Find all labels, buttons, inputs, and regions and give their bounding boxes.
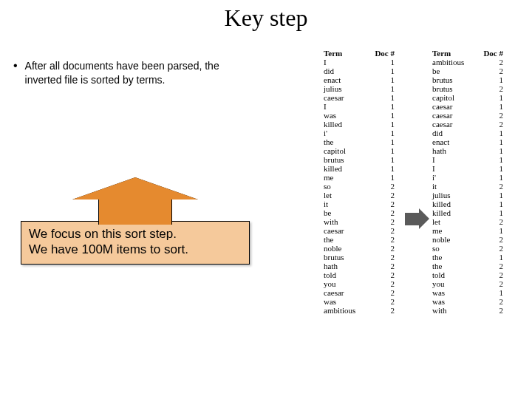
term-cell: brutus [324, 155, 369, 164]
table-row: the1 [324, 137, 399, 146]
term-cell: caesar [432, 120, 478, 129]
doc-cell: 1 [478, 208, 508, 217]
term-cell: hath [432, 146, 478, 155]
table-row: you2 [432, 279, 508, 288]
term-cell: brutus [432, 75, 478, 84]
doc-cell: 2 [369, 208, 399, 217]
term-cell: brutus [324, 253, 369, 262]
doc-cell: 2 [478, 111, 508, 120]
term-cell: I [432, 164, 478, 173]
table-row: the2 [324, 235, 399, 244]
term-cell: I [432, 155, 478, 164]
table-row: brutus1 [432, 75, 508, 84]
doc-cell: 1 [478, 102, 508, 111]
doc-cell: 1 [369, 102, 399, 111]
term-cell: killed [432, 208, 478, 217]
doc-cell: 1 [478, 137, 508, 146]
doc-cell: 2 [478, 270, 508, 279]
term-cell: the [432, 253, 478, 262]
table-row: julius1 [324, 84, 399, 93]
arrow-up-icon [72, 177, 198, 222]
term-cell: you [324, 279, 369, 288]
term-cell: enact [324, 75, 369, 84]
table-row: be2 [432, 66, 508, 75]
table-row: capitol1 [324, 146, 399, 155]
table-row: me1 [432, 226, 508, 235]
term-cell: I [324, 102, 369, 111]
doc-cell: 1 [478, 146, 508, 155]
doc-cell: 1 [478, 191, 508, 200]
term-cell: caesar [324, 93, 369, 102]
term-cell: it [432, 182, 478, 191]
doc-cell: 2 [369, 306, 399, 315]
doc-cell: 2 [369, 191, 399, 200]
table-row: noble2 [432, 235, 508, 244]
term-cell: be [432, 66, 478, 75]
doc-cell: 2 [369, 297, 399, 306]
bullet-dot: • [13, 60, 18, 87]
table-row: i'1 [432, 173, 508, 182]
header-doc: Doc # [369, 49, 399, 58]
term-cell: killed [324, 120, 369, 129]
term-cell: ambitious [432, 58, 478, 66]
term-cell: told [432, 270, 478, 279]
table-row: killed1 [324, 164, 399, 173]
table-row: be2 [324, 208, 399, 217]
doc-cell: 2 [478, 58, 508, 66]
table-row: enact1 [324, 75, 399, 84]
doc-cell: 2 [478, 262, 508, 270]
table-row: caesar1 [432, 102, 508, 111]
table-row: caesar2 [432, 120, 508, 129]
table-row: ambitious2 [432, 58, 508, 66]
doc-cell: 2 [369, 226, 399, 235]
table-row: brutus1 [324, 155, 399, 164]
doc-cell: 1 [369, 173, 399, 182]
table-row: told2 [432, 270, 508, 279]
doc-cell: 2 [478, 182, 508, 191]
term-cell: with [324, 217, 369, 226]
term-cell: with [432, 306, 478, 315]
table-row: the2 [432, 262, 508, 270]
header-term: Term [432, 49, 478, 58]
table-row: did1 [432, 129, 508, 137]
doc-cell: 1 [369, 120, 399, 129]
doc-cell: 1 [369, 137, 399, 146]
sorted-table: Term Doc # ambitious2be2brutus1brutus2ca… [432, 49, 508, 315]
term-cell: me [324, 173, 369, 182]
term-cell: it [324, 200, 369, 208]
term-cell: brutus [432, 84, 478, 93]
doc-cell: 1 [478, 129, 508, 137]
table-row: the1 [432, 253, 508, 262]
doc-cell: 2 [369, 270, 399, 279]
doc-cell: 1 [478, 288, 508, 297]
header-doc: Doc # [478, 49, 508, 58]
doc-cell: 2 [369, 253, 399, 262]
table-row: I1 [324, 102, 399, 111]
doc-cell: 2 [478, 66, 508, 75]
doc-cell: 2 [478, 217, 508, 226]
doc-cell: 1 [369, 58, 399, 66]
term-cell: caesar [432, 111, 478, 120]
doc-cell: 1 [369, 146, 399, 155]
term-cell: capitol [432, 93, 478, 102]
table-row: it2 [432, 182, 508, 191]
term-cell: noble [432, 235, 478, 244]
table-row: let2 [432, 217, 508, 226]
term-cell: so [324, 182, 369, 191]
doc-cell: 1 [478, 93, 508, 102]
table-row: killed1 [432, 208, 508, 217]
doc-cell: 1 [478, 253, 508, 262]
doc-cell: 2 [369, 182, 399, 191]
table-row: killed1 [432, 200, 508, 208]
table-row: let2 [324, 191, 399, 200]
doc-cell: 2 [478, 306, 508, 315]
term-cell: told [324, 270, 369, 279]
table-row: so2 [432, 244, 508, 253]
term-cell: capitol [324, 146, 369, 155]
term-cell: caesar [324, 288, 369, 297]
term-cell: the [432, 262, 478, 270]
table-row: caesar1 [324, 93, 399, 102]
term-cell: hath [324, 262, 369, 270]
term-cell: did [432, 129, 478, 137]
table-row: with2 [432, 306, 508, 315]
